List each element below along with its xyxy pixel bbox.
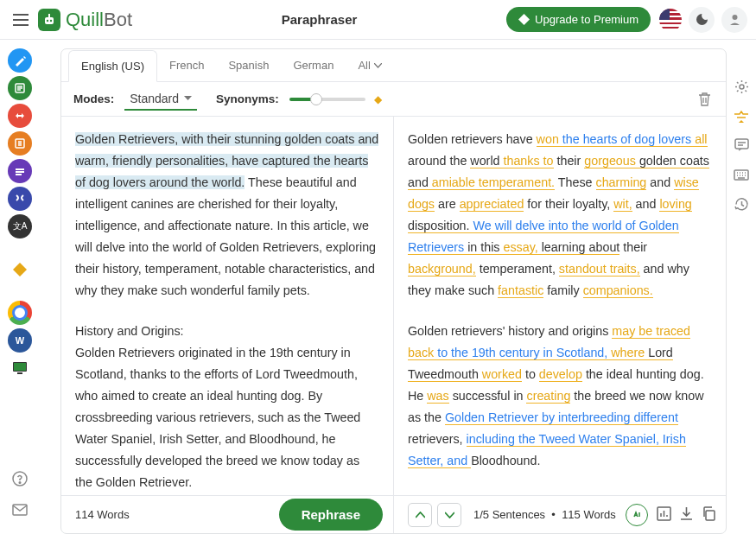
settings-icon[interactable]	[731, 76, 752, 97]
sidebar-item-1[interactable]	[8, 48, 32, 73]
lang-tab-all[interactable]: All	[346, 49, 393, 81]
logo-text: QuillBot	[66, 9, 132, 31]
language-flag-icon[interactable]	[659, 9, 682, 31]
svg-point-2	[50, 19, 52, 21]
svg-rect-8	[16, 171, 24, 173]
copy-icon[interactable]	[702, 506, 715, 524]
output-status: 1/5 Sentences • 115 Words	[473, 508, 616, 521]
svg-rect-20	[706, 511, 715, 520]
svg-rect-15	[13, 505, 27, 515]
feedback-icon[interactable]	[731, 135, 752, 156]
mail-icon[interactable]	[8, 498, 32, 522]
lang-tab-german[interactable]: German	[281, 49, 346, 81]
svg-rect-0	[45, 17, 54, 24]
sidebar-item-2[interactable]	[8, 76, 32, 100]
sidebar-item-7[interactable]: 文A	[8, 214, 32, 238]
output-text-area[interactable]: Golden retrievers have won the hearts of…	[394, 117, 726, 495]
logo-icon	[38, 9, 60, 31]
rephrase-button[interactable]: Rephrase	[279, 499, 383, 531]
keyboard-icon[interactable]	[731, 164, 752, 185]
svg-rect-17	[735, 139, 748, 149]
language-tabs: English (US) French Spanish German All	[61, 49, 726, 82]
svg-point-14	[19, 482, 21, 484]
download-icon[interactable]	[680, 506, 693, 524]
svg-rect-3	[48, 14, 50, 17]
help-icon[interactable]	[8, 467, 32, 491]
sidebar-item-6[interactable]	[8, 187, 32, 211]
desktop-app-icon[interactable]	[8, 356, 32, 380]
premium-icon[interactable]	[8, 257, 32, 282]
theme-toggle-icon[interactable]	[689, 7, 715, 33]
lang-tab-french[interactable]: French	[157, 49, 216, 81]
page-title: Paraphraser	[132, 12, 506, 27]
svg-rect-11	[14, 363, 26, 371]
analytics-icon[interactable]	[657, 506, 671, 524]
account-icon[interactable]	[721, 7, 747, 33]
svg-point-16	[740, 85, 744, 89]
chrome-extension-icon[interactable]	[8, 301, 32, 325]
tone-icon[interactable]	[626, 504, 648, 526]
prev-sentence-button[interactable]	[408, 503, 432, 527]
svg-rect-12	[17, 372, 22, 374]
input-word-count: 114 Words	[75, 508, 130, 521]
synonyms-label: Synonyms:	[216, 92, 279, 105]
sidebar-item-5[interactable]	[8, 159, 32, 183]
sidebar-item-3[interactable]	[8, 104, 32, 128]
svg-point-1	[47, 19, 48, 21]
next-sentence-button[interactable]	[437, 503, 461, 527]
upgrade-premium-button[interactable]: Upgrade to Premium	[506, 7, 651, 32]
compare-premium-icon[interactable]	[731, 105, 752, 126]
svg-point-4	[732, 15, 737, 20]
clear-button[interactable]	[695, 90, 714, 109]
sidebar-item-4[interactable]	[8, 131, 32, 156]
word-addon-icon[interactable]: W	[8, 328, 32, 353]
svg-rect-7	[16, 168, 24, 170]
lang-tab-spanish[interactable]: Spanish	[216, 49, 281, 81]
mode-selector[interactable]: Standard	[124, 88, 197, 111]
input-text-area[interactable]: Golden Retrievers, with their stunning g…	[61, 117, 393, 495]
history-icon[interactable]	[731, 194, 752, 214]
premium-diamond-icon: ◆	[374, 93, 382, 105]
modes-label: Modes:	[73, 92, 114, 105]
svg-rect-9	[16, 174, 22, 175]
hamburger-menu[interactable]	[9, 8, 33, 32]
lang-tab-english[interactable]: English (US)	[68, 50, 157, 82]
synonyms-slider[interactable]	[289, 98, 365, 101]
logo[interactable]: QuillBot	[38, 9, 132, 31]
